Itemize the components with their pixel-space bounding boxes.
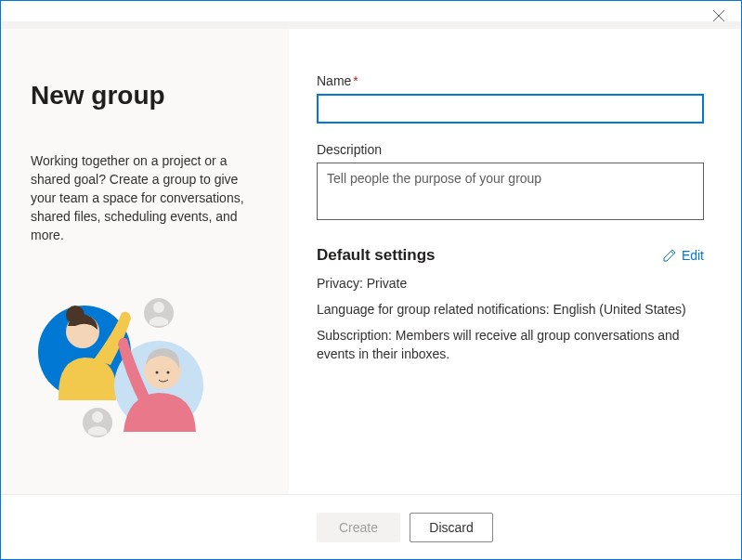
language-setting: Language for group related notifications…: [317, 300, 704, 319]
create-button[interactable]: Create: [317, 513, 400, 542]
description-label: Description: [317, 142, 704, 157]
pencil-icon: [663, 249, 676, 262]
dialog-description: Working together on a project or a share…: [31, 151, 259, 244]
form-panel: Name* Description Default settings Edit …: [289, 29, 741, 494]
svg-point-9: [156, 371, 159, 374]
header-strip: [1, 21, 741, 29]
svg-point-3: [153, 302, 164, 313]
name-input[interactable]: [317, 94, 704, 124]
dialog-body: New group Working together on a project …: [1, 29, 741, 494]
settings-header: Default settings Edit: [317, 246, 704, 265]
settings-title: Default settings: [317, 246, 436, 265]
info-panel: New group Working together on a project …: [1, 29, 289, 494]
discard-button[interactable]: Discard: [410, 513, 493, 542]
required-indicator: *: [353, 73, 358, 88]
dialog-footer: Create Discard: [1, 494, 741, 559]
svg-point-12: [92, 411, 103, 423]
subscription-setting: Subscription: Members will receive all g…: [317, 326, 704, 363]
description-input[interactable]: [317, 163, 704, 220]
svg-point-10: [167, 371, 170, 374]
name-label: Name*: [317, 73, 704, 88]
new-group-dialog: New group Working together on a project …: [0, 0, 742, 560]
privacy-setting: Privacy: Private: [317, 274, 704, 293]
close-icon: [712, 9, 725, 22]
svg-line-13: [670, 252, 673, 254]
edit-settings-link[interactable]: Edit: [663, 248, 704, 263]
dialog-title: New group: [31, 81, 259, 111]
close-button[interactable]: [704, 5, 734, 27]
people-illustration: [31, 285, 216, 452]
